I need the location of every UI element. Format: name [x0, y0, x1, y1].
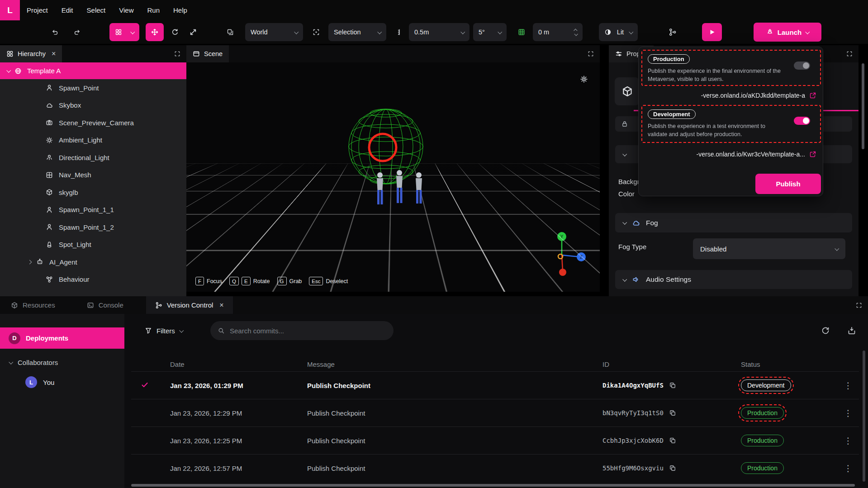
scene-viewport[interactable]: Y Z F Focus Q E Rotate: [186, 62, 600, 292]
close-icon[interactable]: ×: [52, 50, 56, 58]
kebab-menu-icon[interactable]: ⋮: [844, 463, 853, 474]
audio-section-header[interactable]: Audio Settings: [615, 270, 852, 289]
hierarchy-item-spot-light[interactable]: Spot_Light: [0, 236, 186, 254]
copy-id-button[interactable]: [669, 381, 678, 390]
refresh-commits-button[interactable]: [821, 324, 835, 337]
launch-menu-popup: Production Publish the experience in the…: [638, 47, 823, 196]
development-link[interactable]: -verse.onland.io/Kwr3cVe/template-a...: [697, 148, 816, 160]
hierarchy-fullscreen-button[interactable]: [173, 49, 182, 58]
copy-id-button[interactable]: [669, 464, 678, 473]
tab-scene[interactable]: Scene: [186, 45, 229, 62]
development-toggle[interactable]: [794, 117, 810, 125]
world-space-select[interactable]: World: [245, 23, 303, 41]
deployment-settings-button[interactable]: [847, 324, 861, 337]
fullscreen-icon: [856, 302, 862, 308]
publish-button[interactable]: Publish: [755, 174, 821, 194]
table-row[interactable]: Jan 23, 2026, 12:25 PM Publish Checkpoin…: [131, 426, 859, 454]
status-badge: Production: [741, 462, 784, 474]
app-logo[interactable]: L: [0, 0, 20, 20]
commit-id-cell: 55bHfg9M6Osxgviu: [602, 464, 741, 473]
frame-selection-button[interactable]: [308, 24, 324, 40]
tab-version-control[interactable]: Version Control ×: [146, 296, 233, 314]
tab-resources[interactable]: Resources: [2, 296, 64, 314]
kebab-menu-icon[interactable]: ⋮: [844, 408, 853, 418]
selection-mode-select[interactable]: Selection: [328, 23, 386, 41]
hierarchy-item-skyglb[interactable]: skyglb: [0, 184, 186, 201]
hierarchy-item-spawn-point-1-1[interactable]: Spawn_Point_1_1: [0, 201, 186, 219]
table-row[interactable]: Jan 23, 2026, 12:29 PM Publish Checkpoin…: [131, 399, 859, 426]
kebab-menu-icon[interactable]: ⋮: [844, 436, 853, 446]
hierarchy-item-ambient-light[interactable]: Ambient_Light: [0, 132, 186, 149]
bottom-fullscreen-button[interactable]: [854, 301, 863, 310]
menu-edit[interactable]: Edit: [55, 0, 80, 20]
table-row[interactable]: Jan 22, 2026, 12:57 PM Publish Checkpoin…: [131, 454, 859, 482]
menu-select[interactable]: Select: [80, 0, 113, 20]
hierarchy-item-skybox[interactable]: Skybox: [0, 97, 186, 114]
layout-mode-button[interactable]: [109, 23, 139, 41]
transform-icon: [227, 28, 234, 36]
snap-distance-button[interactable]: [394, 24, 405, 40]
sidebar-item-you[interactable]: L You: [0, 373, 124, 391]
grid-snap-button[interactable]: [514, 24, 529, 40]
rotate-snap-select[interactable]: 5°: [473, 23, 507, 41]
viewport-settings-button[interactable]: [579, 73, 591, 85]
redo-button[interactable]: [69, 24, 85, 40]
undo-button[interactable]: [47, 24, 63, 40]
copy-id-button[interactable]: [669, 408, 678, 417]
filters-button[interactable]: Filters: [145, 321, 183, 340]
properties-fullscreen-button[interactable]: [845, 49, 854, 58]
scale-tool-button[interactable]: [185, 24, 201, 40]
hierarchy-item-template-a[interactable]: Template A: [0, 62, 186, 79]
launch-button[interactable]: Launch: [754, 23, 821, 42]
transform-space-button[interactable]: [223, 24, 238, 40]
object-properties-tab[interactable]: [615, 77, 640, 105]
sidebar-item-collaborators[interactable]: Collaborators: [0, 354, 124, 370]
commits-vertical-scrollbar[interactable]: [863, 351, 865, 482]
branch-icon: [155, 302, 162, 309]
menu-run[interactable]: Run: [141, 0, 167, 20]
production-toggle[interactable]: [794, 62, 810, 70]
menu-help[interactable]: Help: [166, 0, 194, 20]
properties-scrollbar[interactable]: [862, 63, 864, 149]
sidebar-item-deployments[interactable]: D Deployments: [0, 327, 124, 349]
chevron-right-icon[interactable]: [28, 260, 32, 264]
scene-fullscreen-button[interactable]: [586, 49, 595, 58]
fog-type-select[interactable]: Disabled: [693, 238, 845, 259]
ai-agent-icon: [36, 258, 44, 265]
chevron-down-icon[interactable]: [6, 68, 11, 73]
kebab-menu-icon[interactable]: ⋮: [844, 380, 853, 391]
tab-hierarchy[interactable]: Hierarchy ×: [0, 45, 62, 62]
hierarchy-item-ai-agent[interactable]: AI_Agent: [0, 253, 186, 271]
hierarchy-item-spawn-point-1-2[interactable]: Spawn_Point_1_2: [0, 218, 186, 236]
hierarchy-item-behaviour[interactable]: Behaviour: [0, 271, 186, 289]
layout-grid-icon: [115, 28, 122, 36]
menu-project[interactable]: Project: [20, 0, 55, 20]
copy-id-button[interactable]: [669, 436, 678, 445]
menubar: L Project Edit Select View Run Help: [0, 0, 868, 20]
hierarchy-item-label: Spawn_Point_1_2: [59, 223, 114, 231]
commit-message: Publish Checkpoint: [307, 409, 602, 417]
table-row[interactable]: Jan 23, 2026, 01:29 PM Publish Checkpoin…: [131, 371, 859, 399]
move-snap-select[interactable]: 0.5m: [409, 23, 470, 41]
move-tool-button[interactable]: [146, 23, 164, 41]
fog-section-header[interactable]: Fog: [615, 213, 852, 232]
menu-view[interactable]: View: [112, 0, 140, 20]
play-button[interactable]: [702, 23, 722, 41]
production-link[interactable]: -verse.onland.io/aKDJkdd/template-a: [701, 90, 816, 101]
rotate-tool-button[interactable]: [167, 24, 183, 40]
close-icon[interactable]: ×: [219, 301, 223, 309]
avatar-figures[interactable]: [373, 169, 436, 212]
commits-horizontal-scrollbar[interactable]: [131, 484, 855, 487]
axis-gizmo[interactable]: Y Z: [537, 229, 587, 279]
hierarchy-item-nav-mesh[interactable]: Nav_Mesh: [0, 166, 186, 184]
shading-mode-select[interactable]: Lit: [599, 23, 638, 41]
version-control-button[interactable]: [665, 24, 680, 40]
tab-console[interactable]: Console: [78, 296, 133, 314]
lit-shading-icon: [604, 28, 612, 36]
hierarchy-item-scene-preview-camera[interactable]: Scene_Preview_Camera: [0, 114, 186, 132]
gizmo-x-axis[interactable]: [559, 269, 566, 276]
hierarchy-item-spawn-point[interactable]: Spawn_Point: [0, 79, 186, 97]
hierarchy-item-directional-light[interactable]: Directional_Light: [0, 149, 186, 166]
search-commits-input[interactable]: [230, 327, 386, 335]
elevation-stepper[interactable]: 0 m: [533, 23, 583, 41]
